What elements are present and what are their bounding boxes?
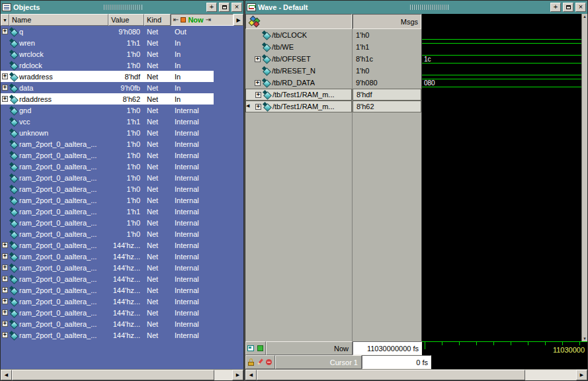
restore-button[interactable] — [563, 3, 573, 12]
expander-plus-icon[interactable]: + — [2, 73, 8, 79]
scroll-down-icon[interactable]: ▼ — [582, 337, 587, 341]
scroll-track[interactable] — [12, 370, 232, 380]
cursor-edit-icon[interactable] — [256, 357, 265, 367]
wave-hscrollbar[interactable]: ◀ ▶ — [245, 369, 587, 380]
expander-plus-icon[interactable]: + — [2, 287, 8, 293]
wave-signal-row[interactable]: + /tb/CLOCK — [245, 29, 352, 41]
scroll-up-icon[interactable]: ▲ — [582, 15, 587, 19]
wave-signal-row[interactable]: + /tb/WE — [245, 41, 352, 53]
cursor-track[interactable] — [431, 355, 587, 369]
titlebar-drag-handle-icon[interactable] — [310, 4, 548, 11]
dock-button[interactable]: + — [206, 3, 217, 12]
wave-signal-value-row[interactable]: 8'h1c — [353, 53, 421, 65]
objects-row[interactable]: + ram_2port_0_aaltera_... 144'hz... Net … — [1, 329, 243, 341]
time-start-icon[interactable]: ⇤ — [173, 17, 179, 23]
filter-dropdown-button[interactable]: ▼ — [1, 14, 9, 26]
cursor-lock-icon[interactable] — [247, 357, 255, 367]
objects-row[interactable]: + q 9'h080 Net Out — [1, 26, 243, 37]
objects-row[interactable]: + ram_2port_0_aaltera_... 144'hz... Net … — [1, 307, 243, 318]
scroll-track[interactable] — [257, 370, 576, 380]
titlebar-drag-handle-icon[interactable] — [42, 4, 204, 11]
scroll-thumb[interactable] — [257, 370, 525, 380]
objects-row[interactable]: + ram_2port_0_aaltera_... 144'hz... Net … — [1, 239, 243, 251]
objects-row[interactable]: + ram_2port_0_aaltera_... 1'h0 Net Inter… — [1, 194, 243, 206]
objects-row[interactable]: + ram_2port_0_aaltera_... 144'hz... Net … — [1, 251, 243, 262]
objects-row[interactable]: + ram_2port_0_aaltera_... 1'h0 Net Inter… — [1, 138, 243, 149]
wave-titlebar[interactable]: Wave - Default + × — [245, 1, 587, 14]
wave-canvas[interactable]: 1c080 — [422, 14, 581, 341]
scroll-left-icon[interactable]: ◀ — [245, 370, 257, 380]
scroll-thumb[interactable] — [12, 370, 214, 380]
wave-signal-row[interactable]: + /tb/Test1/RAM_m... — [245, 101, 352, 112]
timeline-ruler[interactable]: 11030000 — [422, 341, 587, 355]
objects-row[interactable]: + ram_2port_0_aaltera_... 144'hz... Net … — [1, 273, 243, 284]
expander-plus-icon[interactable]: + — [2, 28, 8, 34]
expander-plus-icon[interactable]: + — [2, 321, 8, 327]
names-scroll-left-icon[interactable]: ◀ — [246, 103, 249, 108]
signal-mode: In — [171, 73, 243, 81]
objects-row[interactable]: + ram_2port_0_aaltera_... 1'h0 Net Inter… — [1, 228, 243, 239]
column-scroll-right-icon[interactable]: ▶ — [233, 14, 243, 26]
wave-signal-value-row[interactable]: 1'h1 — [353, 41, 421, 53]
palette-icon[interactable] — [249, 16, 261, 27]
expander-plus-icon[interactable]: + — [255, 104, 261, 110]
expander-plus-icon[interactable]: + — [2, 265, 8, 271]
wave-signal-value-row[interactable]: 1'h0 — [353, 65, 421, 77]
wave-signal-row[interactable]: + /tb/OFFSET — [245, 53, 352, 65]
wave-grid-icon[interactable] — [247, 343, 255, 353]
close-button[interactable]: × — [231, 3, 242, 12]
objects-row[interactable]: + vcc 1'h1 Net Internal — [1, 116, 243, 127]
cursor-delete-icon[interactable] — [265, 357, 274, 367]
objects-titlebar[interactable]: Objects + × — [1, 1, 243, 14]
scroll-left-icon[interactable]: ◀ — [1, 370, 12, 380]
wave-vscrollbar[interactable]: ▲ ▼ — [581, 14, 587, 341]
objects-row[interactable]: + gnd 1'h0 Net Internal — [1, 105, 243, 116]
expander-plus-icon[interactable]: + — [2, 253, 8, 259]
wave-signal-row[interactable]: + /tb/Test1/RAM_m... — [245, 89, 352, 101]
wave-signal-value-row[interactable]: 9'h080 — [353, 77, 421, 89]
wave-signal-value-row[interactable]: 8'hdf — [353, 89, 421, 101]
objects-row[interactable]: + ram_2port_0_aaltera_... 1'h0 Net Inter… — [1, 161, 243, 172]
expander-plus-icon[interactable]: + — [2, 242, 8, 248]
objects-row[interactable]: + ram_2port_0_aaltera_... 144'hz... Net … — [1, 318, 243, 329]
objects-row[interactable]: + wrclock 1'h0 Net In — [1, 48, 243, 60]
column-header-value[interactable]: Value — [108, 14, 144, 26]
objects-row[interactable]: + rdaddress 8'h62 Net In — [1, 93, 243, 105]
objects-row[interactable]: + wraddress 8'hdf Net In — [1, 71, 243, 82]
expander-plus-icon[interactable]: + — [2, 298, 8, 304]
wave-signal-row[interactable]: + /tb/RD_DATA — [245, 77, 352, 89]
objects-row[interactable]: + ram_2port_0_aaltera_... 1'h0 Net Inter… — [1, 149, 243, 161]
expander-plus-icon[interactable]: + — [2, 332, 8, 338]
time-end-icon[interactable]: ⇥ — [206, 17, 211, 23]
scroll-right-icon[interactable]: ▶ — [576, 370, 587, 380]
objects-row[interactable]: + ram_2port_0_aaltera_... 1'h0 Net Inter… — [1, 172, 243, 183]
objects-row[interactable]: + ram_2port_0_aaltera_... 144'hz... Net … — [1, 284, 243, 296]
objects-row[interactable]: + ram_2port_0_aaltera_... 1'h0 Net Inter… — [1, 183, 243, 194]
objects-row[interactable]: + ram_2port_0_aaltera_... 144'hz... Net … — [1, 296, 243, 307]
objects-row[interactable]: + ram_2port_0_aaltera_... 144'hz... Net … — [1, 262, 243, 273]
wave-signal-row[interactable]: + /tb/RESET_N — [245, 65, 352, 77]
expander-plus-icon[interactable]: + — [255, 56, 261, 62]
objects-row[interactable]: + ram_2port_0_aaltera_... 1'h1 Net Inter… — [1, 206, 243, 217]
dock-button[interactable]: + — [550, 3, 561, 12]
expander-plus-icon[interactable]: + — [2, 276, 8, 282]
expander-plus-icon[interactable]: + — [2, 96, 8, 102]
scroll-right-icon[interactable]: ▶ — [232, 370, 243, 380]
expander-plus-icon[interactable]: + — [255, 80, 261, 86]
expander-plus-icon[interactable]: + — [255, 92, 261, 98]
objects-hscrollbar[interactable]: ◀ ▶ — [1, 369, 243, 380]
restore-button[interactable] — [219, 3, 230, 12]
expander-plus-icon[interactable]: + — [2, 310, 8, 316]
objects-row[interactable]: + rdclock 1'h0 Net In — [1, 60, 243, 71]
objects-row[interactable]: + data 9'h0fb Net In — [1, 82, 243, 93]
expander-plus-icon[interactable]: + — [2, 85, 8, 91]
wave-select-icon[interactable] — [256, 343, 265, 353]
wave-signal-value-row[interactable]: 1'h0 — [353, 29, 421, 41]
column-header-kind[interactable]: Kind — [144, 14, 171, 26]
objects-row[interactable]: + wren 1'h1 Net In — [1, 37, 243, 48]
column-header-name[interactable]: Name — [9, 14, 108, 26]
wave-signal-value-row[interactable]: 8'h62 — [353, 101, 421, 112]
objects-row[interactable]: + unknown 1'h0 Net Internal — [1, 127, 243, 138]
objects-row[interactable]: + ram_2port_0_aaltera_... 1'h0 Net Inter… — [1, 217, 243, 228]
close-button[interactable]: × — [575, 3, 586, 12]
